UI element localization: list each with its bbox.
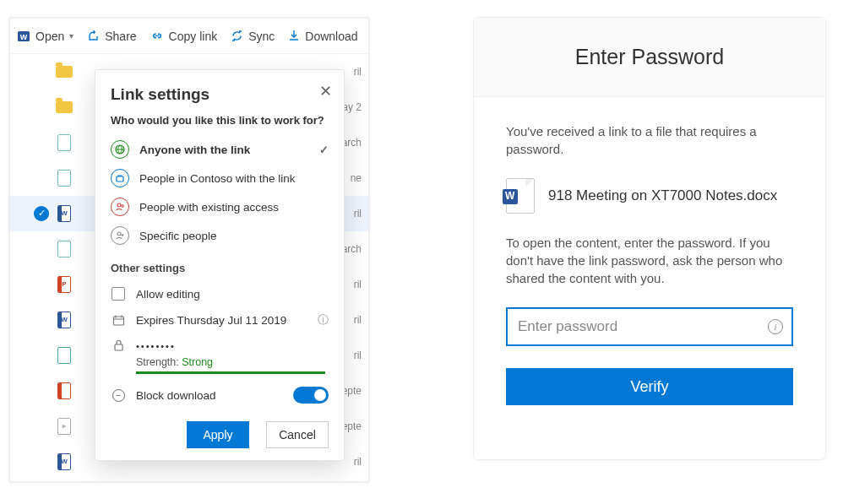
word-file-icon: W xyxy=(57,312,71,328)
file-name: 918 Meeting on XT7000 Notes.docx xyxy=(548,187,777,205)
file-meta: ril xyxy=(354,456,362,468)
file-browser-panel: W Open ▾ Share Copy link Sync Download r… xyxy=(8,17,370,483)
globe-icon xyxy=(111,140,129,159)
apply-button[interactable]: Apply xyxy=(187,421,249,448)
svg-text:W: W xyxy=(20,33,28,41)
checkmark-icon: ✓ xyxy=(319,144,329,156)
audience-existing[interactable]: People with existing access xyxy=(111,192,329,221)
chevron-down-icon: ▾ xyxy=(69,31,73,41)
strength-label: Strength: xyxy=(136,356,182,368)
selected-check-icon: ✓ xyxy=(34,206,49,221)
download-button[interactable]: Download xyxy=(288,30,357,43)
cancel-button[interactable]: Cancel xyxy=(266,421,329,448)
strength-value: Strong xyxy=(182,356,213,368)
audience-specific-label: Specific people xyxy=(139,230,217,242)
link-settings-popover: ✕ Link settings Who would you like this … xyxy=(95,69,345,461)
checkbox-icon[interactable] xyxy=(111,287,125,301)
expiration-label: Expires Thursday Jul 11 2019 xyxy=(136,314,286,327)
svg-point-5 xyxy=(122,205,124,208)
strength-bar xyxy=(136,371,325,374)
audience-subtitle: Who would you like this link to work for… xyxy=(111,114,329,127)
block-download-label: Block download xyxy=(136,389,216,402)
info-icon[interactable]: i xyxy=(768,319,783,334)
block-download-row[interactable]: − Block download xyxy=(111,381,329,409)
file-meta: epte xyxy=(342,420,362,432)
file-meta: epte xyxy=(342,385,362,397)
copy-link-label: Copy link xyxy=(169,30,218,43)
allow-editing-row[interactable]: Allow editing xyxy=(111,281,329,306)
password-field-wrap: i xyxy=(506,307,793,346)
info-icon[interactable]: ⓘ xyxy=(318,312,329,328)
card-header: Enter Password xyxy=(474,18,825,97)
audience-anyone[interactable]: Anyone with the link ✓ xyxy=(111,135,329,164)
download-label: Download xyxy=(305,30,357,43)
copy-link-button[interactable]: Copy link xyxy=(150,30,218,43)
block-icon: − xyxy=(112,389,125,402)
expiration-row[interactable]: Expires Thursday Jul 11 2019 ⓘ xyxy=(111,306,329,333)
sync-button[interactable]: Sync xyxy=(231,30,275,43)
word-file-icon: W xyxy=(57,205,71,222)
password-value: •••••••• xyxy=(136,341,176,351)
briefcase-icon xyxy=(111,169,129,187)
share-icon xyxy=(87,30,100,42)
word-file-icon: W xyxy=(57,453,71,470)
audience-specific[interactable]: Specific people xyxy=(111,221,329,250)
instruction-message: To open the content, enter the password.… xyxy=(506,234,793,287)
other-settings-header: Other settings xyxy=(111,262,329,274)
download-icon xyxy=(288,30,300,42)
lock-icon xyxy=(111,339,126,352)
password-row[interactable]: •••••••• xyxy=(111,333,329,358)
password-input[interactable] xyxy=(506,307,793,346)
verify-button[interactable]: Verify xyxy=(506,368,793,405)
audience-org-label: People in Contoso with the link xyxy=(139,172,296,185)
file-meta: arch xyxy=(342,243,362,255)
share-button[interactable]: Share xyxy=(87,30,136,43)
file-meta: ril xyxy=(354,314,362,326)
close-button[interactable]: ✕ xyxy=(319,82,332,100)
folder-icon xyxy=(56,66,73,78)
svg-point-4 xyxy=(117,203,121,207)
powerpoint-file-icon: P xyxy=(57,276,71,293)
word-file-icon xyxy=(506,178,535,214)
share-label: Share xyxy=(105,30,136,43)
open-label: Open xyxy=(35,30,64,43)
open-menu[interactable]: W Open ▾ xyxy=(17,30,73,43)
enter-password-card: Enter Password You've received a link to… xyxy=(473,17,826,460)
word-icon: W xyxy=(17,30,30,43)
video-file-icon: ▸ xyxy=(57,418,71,435)
popover-buttons: Apply Cancel xyxy=(111,421,329,448)
block-download-toggle[interactable] xyxy=(293,387,329,404)
popover-title: Link settings xyxy=(111,85,329,104)
people-icon xyxy=(111,198,129,216)
file-meta: ril xyxy=(354,66,362,78)
file-meta: ril xyxy=(354,350,362,361)
file-meta: ay 2 xyxy=(342,101,362,113)
audience-org[interactable]: People in Contoso with the link xyxy=(111,164,329,192)
sync-label: Sync xyxy=(248,30,275,43)
svg-rect-8 xyxy=(115,344,122,350)
folder-icon xyxy=(56,101,73,113)
generic-file-icon xyxy=(57,347,71,364)
link-icon xyxy=(150,30,164,42)
file-meta: ril xyxy=(354,208,362,219)
card-title: Enter Password xyxy=(575,45,724,69)
svg-rect-3 xyxy=(117,176,123,182)
file-meta: arch xyxy=(342,137,362,149)
pdf-file-icon xyxy=(57,382,71,399)
audience-anyone-label: Anyone with the link xyxy=(139,144,250,156)
password-strength: Strength: Strong xyxy=(111,356,329,368)
audience-existing-label: People with existing access xyxy=(139,201,279,214)
sync-icon xyxy=(231,30,243,42)
image-file-icon xyxy=(57,134,71,151)
image-file-icon xyxy=(57,170,71,187)
file-meta: ne xyxy=(351,172,362,184)
file-info-row: 918 Meeting on XT7000 Notes.docx xyxy=(506,178,793,214)
allow-editing-label: Allow editing xyxy=(136,288,200,301)
command-bar: W Open ▾ Share Copy link Sync Download xyxy=(10,19,368,54)
card-body: You've received a link to a file that re… xyxy=(474,97,825,405)
image-file-icon xyxy=(57,241,71,257)
svg-point-6 xyxy=(117,232,121,236)
received-link-message: You've received a link to a file that re… xyxy=(506,122,793,158)
file-meta: ril xyxy=(354,279,362,290)
calendar-icon xyxy=(111,314,126,327)
